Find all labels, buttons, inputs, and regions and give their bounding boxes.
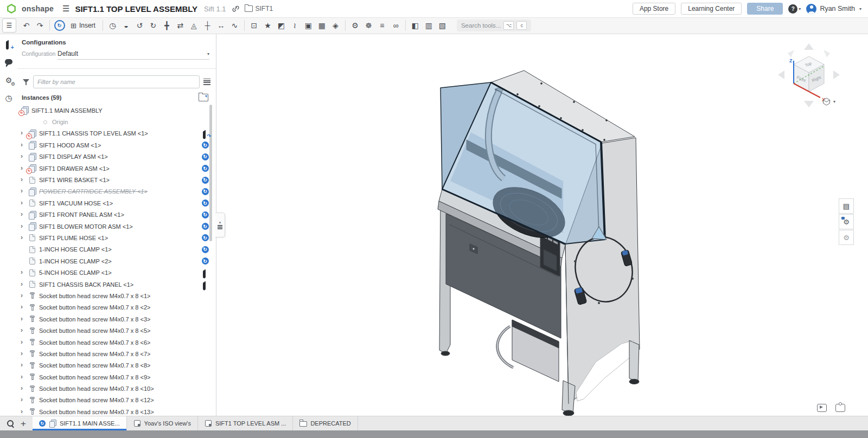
expand-chevron-icon[interactable] — [21, 199, 28, 207]
instance-row[interactable]: ↻ SIFT1 WIRE BASKET <1> — [17, 174, 216, 185]
custom-features-icon[interactable]: ⚙ — [839, 230, 854, 245]
breadcrumb[interactable]: SIFT1 — [245, 5, 273, 12]
instance-status-icon[interactable] — [201, 118, 209, 126]
rotate-corner-arrow[interactable] — [824, 50, 830, 57]
mate-icon[interactable]: ◒ — [119, 19, 133, 32]
instance-status-icon[interactable] — [201, 222, 209, 231]
instance-row[interactable]: ↻ Origin — [17, 116, 216, 127]
manage-linked-documents-icon[interactable]: ↻ — [53, 19, 66, 32]
belt-relation-icon[interactable]: ∞ — [389, 19, 403, 32]
view-modes-button[interactable]: ▾ — [822, 98, 835, 106]
expand-chevron-icon[interactable] — [21, 408, 28, 416]
expand-chevron-icon[interactable] — [21, 373, 28, 381]
learning-center-button[interactable]: Learning Center — [681, 3, 742, 15]
document-tab[interactable]: ↻ SIFT1 TOP LEVEL ASM ... — [198, 416, 293, 430]
rotate-up-arrow[interactable] — [804, 43, 814, 50]
mate-connector-icon[interactable] — [3, 39, 14, 50]
expand-chevron-icon[interactable] — [21, 385, 28, 392]
scale-figure-icon[interactable] — [835, 404, 845, 412]
expand-chevron-icon[interactable] — [21, 362, 28, 369]
instance-status-icon[interactable] — [201, 176, 209, 184]
instance-status-icon[interactable] — [201, 164, 209, 173]
configuration-select[interactable]: Default ▾ — [58, 50, 209, 60]
instance-row[interactable]: ↻ Socket button head screw M4x0.7 x 8 <1… — [17, 290, 216, 301]
instance-row[interactable]: ↻ Socket button head screw M4x0.7 x 8 <9… — [17, 371, 216, 383]
share-button[interactable]: Share — [747, 3, 783, 15]
insert-button[interactable]: ⊞ Insert — [66, 19, 100, 32]
orbit-cursor-icon[interactable] — [817, 404, 827, 412]
features-flyout-toggle[interactable]: ▾ — [215, 212, 225, 237]
user-menu[interactable]: Ryan Smith ▾ — [806, 4, 861, 14]
mirror-icon[interactable]: ◈ — [329, 19, 342, 32]
main-menu-icon[interactable]: ☰ — [62, 4, 69, 14]
history-stopwatch-icon[interactable]: ◷ — [3, 93, 14, 104]
rotate-mate-icon[interactable]: ↻ — [146, 19, 160, 32]
instances-panel-toggle[interactable]: ☰ — [2, 18, 16, 33]
redo-icon[interactable]: ↷ — [33, 19, 47, 32]
instance-status-icon[interactable] — [201, 292, 209, 300]
instance-row[interactable]: ↻ Socket button head screw M4x0.7 x 8 <5… — [17, 325, 216, 336]
replicate-icon[interactable]: ▣ — [302, 19, 315, 32]
expand-chevron-icon[interactable] — [21, 304, 28, 311]
filter-input[interactable] — [33, 75, 200, 88]
tree-scrollbar[interactable] — [209, 105, 212, 241]
expand-chevron-icon[interactable] — [21, 211, 28, 218]
expand-chevron-icon[interactable] — [21, 188, 28, 195]
gear-fixture-icon[interactable]: ☸ — [362, 19, 375, 32]
curve-drag-icon[interactable]: ∿ — [228, 19, 241, 32]
bom-table-icon[interactable]: ▤ — [839, 198, 854, 214]
expand-chevron-icon[interactable] — [21, 176, 28, 184]
translate-icon[interactable]: ┼ — [201, 19, 214, 32]
instance-status-icon[interactable] — [201, 361, 209, 370]
onshape-logo-icon[interactable] — [7, 4, 16, 14]
instance-status-icon[interactable] — [201, 280, 209, 289]
instance-row[interactable]: ↻ 1-INCH HOSE CLAMP <1> — [17, 244, 216, 255]
instance-row[interactable]: ↻ Socket button head screw M4x0.7 x 8 <1… — [17, 406, 216, 416]
document-tab[interactable]: ↻ DEPRECATED — [293, 416, 358, 430]
instance-row[interactable]: ↻ Socket button head screw M4x0.7 x 8 <3… — [17, 313, 216, 325]
swap-arrows-icon[interactable]: ⇄ — [174, 19, 187, 32]
3d-viewport[interactable]: Top Front Right Z X ▾ ▤ ⚙ ⚙ — [216, 34, 868, 416]
instance-status-icon[interactable] — [201, 187, 209, 196]
instance-status-icon[interactable] — [201, 210, 209, 219]
transform-box-icon[interactable]: ⊡ — [247, 19, 261, 32]
cursor-box-icon[interactable]: ◩ — [275, 19, 288, 32]
instance-status-icon[interactable] — [201, 373, 209, 382]
sheet-metal-icon[interactable]: ◧ — [409, 19, 422, 32]
expand-chevron-icon[interactable] — [21, 339, 28, 346]
instance-row[interactable]: ↻ SIFT1 BLOWER MOTOR ASM <1> — [17, 221, 216, 232]
instance-row[interactable]: ↻ POWDER CARTRIDGE ASSEMBLY <1> — [17, 186, 216, 197]
expand-chevron-icon[interactable] — [21, 396, 28, 404]
snap-mode-icon[interactable]: ◬ — [187, 19, 201, 32]
instance-status-icon[interactable] — [201, 408, 209, 416]
rack-relation-icon[interactable]: ≡ — [375, 19, 389, 32]
expand-chevron-icon[interactable] — [21, 223, 28, 230]
instance-status-icon[interactable] — [201, 199, 209, 208]
instance-status-icon[interactable] — [201, 257, 209, 266]
rotate-left-arrow[interactable] — [778, 70, 784, 79]
instance-status-icon[interactable] — [201, 326, 209, 335]
instance-row[interactable]: ↻ Socket button head screw M4x0.7 x 8 <6… — [17, 337, 216, 348]
instance-row[interactable]: ↻ SIFT1 HOOD ASM <1> — [17, 139, 216, 151]
bom-icon[interactable]: ▧ — [436, 19, 449, 32]
limit-arrows-icon[interactable]: ↔ — [214, 19, 228, 32]
undo-icon[interactable]: ↶ — [20, 19, 33, 32]
list-view-icon[interactable] — [203, 79, 210, 85]
assembly-3d-model[interactable] — [216, 34, 868, 416]
instance-row[interactable]: ↻ Socket button head screw M4x0.7 x 8 <2… — [17, 302, 216, 313]
new-tab-button[interactable]: + — [21, 419, 26, 428]
instance-status-icon[interactable] — [201, 245, 209, 254]
instance-row[interactable]: ↻ SIFT1.1 CHASSIS TOP LEVEL ASM <1> — [17, 128, 216, 139]
explode-view-icon[interactable]: ★ — [261, 19, 275, 32]
instance-row[interactable]: ↻ SIFT1 DISPLAY ASM <1> — [17, 151, 216, 163]
search-tools-input[interactable]: Search tools... ⌥ c — [457, 20, 532, 31]
instance-status-icon[interactable] — [201, 384, 209, 393]
gear-relation-icon[interactable]: ⚙ — [348, 19, 362, 32]
gears-icon[interactable]: ⚙ — [3, 75, 14, 86]
help-menu[interactable]: ? ▾ — [788, 4, 801, 14]
expand-chevron-icon[interactable] — [21, 234, 28, 242]
rotate-down-arrow[interactable] — [804, 101, 814, 107]
instance-row[interactable]: ↻ SIFT1.1 MAIN ASSEMBLY — [17, 105, 216, 116]
instance-status-icon[interactable] — [201, 303, 209, 312]
instance-status-icon[interactable] — [201, 106, 209, 115]
